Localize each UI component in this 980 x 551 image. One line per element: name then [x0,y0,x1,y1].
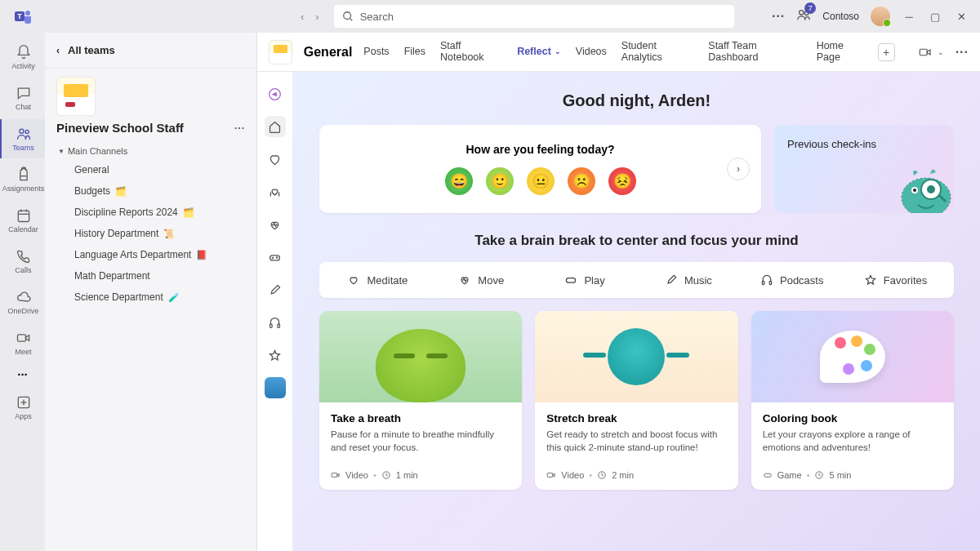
brain-break-tabs: Meditate Move Play Music Podcasts Favori… [319,262,954,298]
user-avatar[interactable] [871,7,890,26]
rail-more-button[interactable]: ··· [17,367,28,381]
svg-rect-35 [769,282,771,285]
mini-home[interactable] [265,116,286,137]
rail-teams[interactable]: Teams [0,119,45,158]
svg-rect-24 [270,324,273,327]
mini-checkin[interactable] [265,83,286,104]
emoji-neutral[interactable]: 😐 [527,167,555,195]
section-toggle[interactable]: ▼ Main Channels [45,143,256,159]
more-options-button[interactable]: ··· [772,9,785,24]
mini-pulse[interactable] [265,214,286,235]
rail-apps[interactable]: Apps [0,388,45,427]
all-teams-button[interactable]: ‹ All teams [45,33,256,69]
tab-reflect[interactable]: Reflect ⌄ [517,29,561,76]
emoji-very-happy[interactable]: 😄 [445,167,473,195]
svg-point-7 [20,129,24,133]
feeling-next-button[interactable]: › [727,158,750,180]
window-close-button[interactable]: ✕ [954,11,969,23]
backpack-icon [16,167,32,183]
rail-chat[interactable]: Chat [0,78,45,118]
feeling-card: How are you feeling today? 😄 🙂 😐 ☹️ 😣 › [319,125,761,213]
teams-app-icon: T [13,7,33,26]
apps-icon [16,394,32,411]
card-stretch-break[interactable]: Stretch breakGet ready to stretch and bo… [535,311,737,490]
reflect-content: Good night, Arden! How are you feeling t… [293,72,980,551]
heart-icon [268,153,282,167]
channel-history[interactable]: History Department📜 [45,223,256,244]
bt-move[interactable]: Move [430,270,533,290]
mini-games[interactable] [265,247,286,268]
bt-favorites[interactable]: Favorites [844,270,947,290]
svg-point-3 [343,12,350,20]
emoji-happy[interactable]: 🙂 [486,167,514,195]
team-more-button[interactable]: ··· [234,122,245,134]
channel-discipline[interactable]: Discipline Reports 2024🗂️ [45,202,256,223]
channel-general[interactable]: General [45,159,256,180]
rail-calls[interactable]: Calls [0,242,45,281]
video-icon [331,470,341,480]
tab-home[interactable]: Home Page [817,29,866,76]
bt-music[interactable]: Music [636,270,740,290]
card-image [535,311,737,402]
tab-dashboard[interactable]: Staff Team Dashboard [708,29,801,76]
rail-meet[interactable]: Meet [0,323,45,362]
search-input[interactable]: Search [334,5,734,28]
tab-notebook[interactable]: Staff Notebook [440,29,502,76]
bt-meditate[interactable]: Meditate [326,270,430,290]
meet-button[interactable]: ⌄ [918,45,944,60]
channel-math[interactable]: Math Department [45,265,256,287]
feeling-question: How are you feeling today? [466,143,614,156]
channel-budgets[interactable]: Budgets🗂️ [45,180,256,202]
window-maximize-button[interactable]: ▢ [928,11,942,23]
emoji-sad[interactable]: ☹️ [568,167,595,195]
rail-calendar[interactable]: Calendar [0,201,45,240]
rail-onedrive[interactable]: OneDrive [0,282,45,322]
add-tab-button[interactable]: + [878,43,895,61]
card-coloring-book[interactable]: Coloring bookLet your crayons explore a … [751,311,954,490]
channel-language-arts[interactable]: Language Arts Department📕 [45,244,256,265]
nav-back-button[interactable]: ‹ [301,11,304,23]
triangle-down-icon: ▼ [58,148,65,155]
headphones-icon [268,316,282,330]
nav-forward-button[interactable]: › [315,11,318,23]
svg-point-32 [913,189,916,192]
previous-checkins-card[interactable]: Previous check-ins [774,125,954,213]
emoji-angry[interactable]: 😣 [608,167,636,195]
tab-files[interactable]: Files [404,29,425,76]
tab-videos[interactable]: Videos [576,29,607,76]
mini-heart[interactable] [265,149,286,170]
card-image [319,311,522,402]
chevron-down-icon: ⌄ [938,48,944,56]
svg-point-29 [927,185,935,193]
bt-podcasts[interactable]: Podcasts [740,270,844,290]
mini-headphones[interactable] [265,312,286,333]
mini-star[interactable] [265,344,286,366]
bt-play[interactable]: Play [533,270,637,290]
notification-badge: 7 [804,2,816,14]
notifications-button[interactable]: 7 [796,7,811,25]
brain-break-title: Take a brain break to center and focus y… [319,233,954,249]
rail-assignments[interactable]: Assignments [0,160,45,199]
mini-calm-app[interactable] [265,377,286,398]
mini-brush[interactable] [265,279,286,300]
heartbeat-icon [268,218,282,232]
mini-hug[interactable] [265,181,286,202]
chevron-left-icon: ‹ [56,45,60,56]
rail-activity[interactable]: Activity [0,38,45,77]
search-placeholder: Search [360,11,394,23]
tab-analytics[interactable]: Student Analytics [621,29,693,76]
svg-rect-10 [18,211,29,221]
tab-posts[interactable]: Posts [363,29,389,76]
channel-panel: ‹ All teams Pineview School Staff ··· ▼ … [45,33,257,551]
teams-icon [16,126,32,142]
channel-science[interactable]: Science Department🧪 [45,287,256,308]
window-minimize-button[interactable]: ─ [902,11,916,23]
svg-rect-34 [762,282,764,285]
calendar-icon [16,207,32,224]
svg-point-5 [800,11,804,15]
card-take-a-breath[interactable]: Take a breathPause for a minute to breat… [319,311,522,490]
svg-point-8 [25,130,29,133]
svg-rect-14 [17,335,25,341]
header-more-button[interactable]: ··· [956,45,969,60]
video-icon [546,470,556,480]
